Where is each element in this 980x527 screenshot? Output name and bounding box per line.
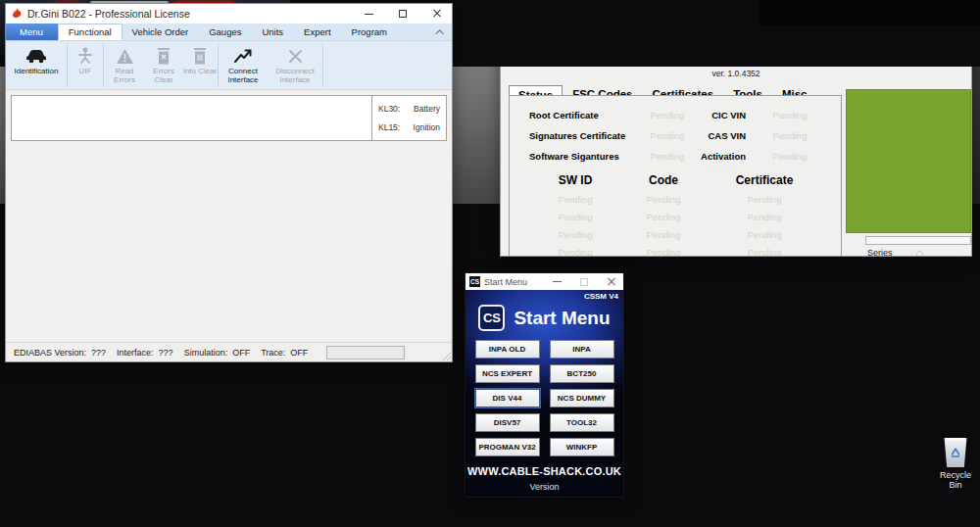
cic-status-grid: Root Certificate Pending CIC VIN Pending… bbox=[510, 96, 841, 162]
tab-functional[interactable]: Functional bbox=[58, 24, 122, 40]
uif-button: UIF bbox=[68, 41, 103, 89]
trash-icon bbox=[193, 45, 207, 67]
disv57-button[interactable]: DISV57 bbox=[475, 413, 540, 432]
drgini-maximize-button[interactable] bbox=[388, 4, 417, 24]
wallpaper-band-dark bbox=[759, 0, 980, 25]
status-value: Pending bbox=[754, 110, 826, 120]
info-clear-button: Info Clear bbox=[182, 41, 218, 89]
tab-units[interactable]: Units bbox=[252, 24, 294, 40]
table-cell: Pending bbox=[647, 212, 681, 222]
trash-x-icon bbox=[157, 45, 171, 67]
startmenu-maximize-button bbox=[572, 273, 596, 290]
startmenu-buttons: INPA OLD INPA NCS EXPERT BCT250 DIS V44 … bbox=[466, 340, 623, 456]
tab-vehicle-order[interactable]: Vehicle Order bbox=[122, 24, 200, 40]
progman-v32-button[interactable]: PROGMAN V32 bbox=[475, 438, 540, 456]
errors-clear-button: Errors Clear bbox=[145, 41, 182, 89]
cs-logo-icon: CS bbox=[478, 305, 505, 331]
column-header: Certificate bbox=[736, 173, 794, 187]
kl-row: KL30: Battery bbox=[378, 104, 440, 114]
table-row: Pending Pending Pending bbox=[510, 212, 841, 222]
tab-program[interactable]: Program bbox=[342, 24, 398, 40]
ribbon-tab-bar: Menu Functional Vehicle Order Gauges Uni… bbox=[6, 24, 452, 41]
status-value: OFF bbox=[290, 348, 308, 358]
tab-gauges[interactable]: Gauges bbox=[199, 24, 252, 40]
car-icon bbox=[24, 45, 48, 67]
recycle-bin[interactable]: Recycle Bin bbox=[934, 438, 977, 490]
status-label: Signatures Certificate bbox=[529, 130, 642, 141]
series-label: Series bbox=[867, 248, 893, 257]
kl-status-panel: KL30: Battery KL15: Ignition bbox=[371, 96, 446, 140]
cic-version: ver. 1.0.4352 bbox=[501, 69, 971, 78]
column-header: SW ID bbox=[559, 173, 593, 187]
dis-v44-button[interactable]: DIS V44 bbox=[475, 389, 540, 407]
cssm-version-badge: CSSM V4 bbox=[466, 290, 623, 301]
website-link[interactable]: WWW.CABLE-SHACK.CO.UK bbox=[466, 465, 623, 477]
table-row: Pending Pending Pending bbox=[510, 229, 841, 240]
table-cell: Pending bbox=[748, 247, 782, 257]
identification-result-area bbox=[12, 96, 371, 140]
series-radio[interactable] bbox=[916, 251, 923, 257]
status-label: Activation bbox=[693, 151, 754, 162]
ncs-expert-button[interactable]: NCS EXPERT bbox=[475, 364, 540, 383]
resize-grip[interactable] bbox=[441, 351, 451, 360]
status-value: ??? bbox=[91, 348, 106, 358]
table-cell: Pending bbox=[647, 247, 681, 257]
status-label: Software Sigantures bbox=[529, 151, 642, 162]
drgini-content: KL30: Battery KL15: Ignition bbox=[6, 90, 452, 342]
toolbar-label: Errors Clear bbox=[145, 67, 182, 84]
connect-icon bbox=[233, 45, 253, 67]
tool32-button[interactable]: TOOL32 bbox=[550, 413, 614, 432]
status-value: Pending bbox=[642, 110, 693, 120]
winkfp-button[interactable]: WINKFP bbox=[550, 438, 614, 456]
startmenu-body: CSSM V4 CS Start Menu INPA OLD INPA NCS … bbox=[466, 290, 623, 497]
disconnect-icon bbox=[288, 45, 303, 67]
cic-table-header: SW ID Code Certificate bbox=[510, 173, 841, 187]
toolbar-label: Info Clear bbox=[183, 67, 218, 75]
table-cell: Pending bbox=[748, 194, 782, 205]
startmenu-logo-title: Start Menu bbox=[514, 308, 610, 329]
kl-value: Ignition bbox=[414, 122, 440, 132]
startmenu-minimize-button[interactable] bbox=[545, 273, 568, 290]
toolbar-label: Disconnect Interface bbox=[268, 67, 322, 84]
startmenu-close-button[interactable] bbox=[600, 273, 623, 290]
inpa-old-button[interactable]: INPA OLD bbox=[475, 340, 540, 359]
drgini-minimize-button[interactable] bbox=[354, 4, 383, 24]
person-icon bbox=[77, 45, 93, 67]
status-label: CIC VIN bbox=[693, 110, 754, 120]
status-value: Pending bbox=[754, 130, 826, 141]
bct250-button[interactable]: BCT250 bbox=[550, 364, 614, 383]
inpa-button[interactable]: INPA bbox=[550, 340, 614, 359]
kl-key: KL15: bbox=[378, 122, 400, 132]
toolbar-label: Connect Interface bbox=[219, 67, 268, 84]
status-key: Trace: bbox=[261, 348, 285, 358]
chevron-up-icon bbox=[435, 29, 443, 37]
table-cell: Pending bbox=[748, 229, 782, 240]
status-value: Pending bbox=[642, 151, 693, 162]
table-cell: Pending bbox=[647, 229, 681, 240]
table-cell: Pending bbox=[748, 212, 782, 222]
drgini-titlebar[interactable]: Dr.Gini B022 - Professional License bbox=[6, 4, 452, 24]
table-cell: Pending bbox=[559, 194, 593, 205]
drgini-window-title: Dr.Gini B022 - Professional License bbox=[27, 8, 349, 20]
drgini-window: Dr.Gini B022 - Professional License Menu… bbox=[5, 3, 453, 362]
toolbar-separator bbox=[322, 43, 323, 87]
identification-button[interactable]: Identification bbox=[6, 41, 67, 89]
recycle-bin-icon bbox=[943, 438, 968, 467]
startmenu-titlebar[interactable]: CS Start Menu bbox=[466, 273, 623, 290]
toolbar-label: Identification bbox=[15, 67, 59, 75]
progress-field bbox=[326, 346, 405, 359]
table-cell: Pending bbox=[559, 229, 593, 240]
status-value: ??? bbox=[159, 348, 173, 358]
connect-interface-button[interactable]: Connect Interface bbox=[219, 41, 268, 89]
cs-app-icon: CS bbox=[469, 276, 480, 287]
ncs-dummy-button[interactable]: NCS DUMMY bbox=[550, 389, 614, 407]
status-key: Interface: bbox=[117, 348, 154, 358]
recycle-bin-label: Recycle Bin bbox=[934, 470, 977, 490]
tab-menu[interactable]: Menu bbox=[6, 24, 58, 40]
tab-expert[interactable]: Expert bbox=[294, 24, 341, 40]
table-cell: Pending bbox=[559, 212, 593, 222]
drgini-close-button[interactable] bbox=[422, 4, 452, 24]
kl-value: Battery bbox=[414, 104, 440, 114]
read-errors-button: Read Errors bbox=[104, 41, 145, 89]
collapse-ribbon-button[interactable] bbox=[438, 24, 452, 40]
